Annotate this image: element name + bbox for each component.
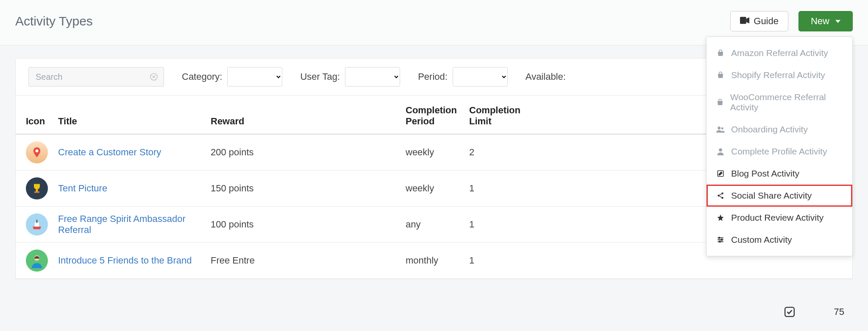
activity-title-link[interactable]: Introduce 5 Friends to the Brand (58, 255, 192, 266)
svg-point-14 (721, 197, 723, 199)
svg-rect-0 (740, 17, 746, 24)
ship-icon (26, 213, 48, 236)
activity-period: any (401, 207, 465, 243)
svg-point-16 (721, 239, 723, 241)
dropdown-item-label: Onboarding Activity (731, 124, 808, 135)
svg-rect-6 (36, 220, 38, 223)
activity-reward: 200 points (206, 134, 401, 171)
category-select[interactable] (227, 67, 282, 87)
activity-reward: 100 points (206, 207, 401, 243)
check-badge-icon (783, 306, 796, 318)
col-header-completion-limit[interactable]: Completion Limit (465, 95, 529, 134)
dropdown-item-label: Blog Post Activity (731, 168, 799, 179)
svg-rect-4 (34, 191, 39, 193)
activity-period: weekly (401, 134, 465, 171)
person-icon (26, 250, 48, 272)
dropdown-item-label: Custom Activity (731, 235, 792, 245)
svg-rect-3 (36, 189, 38, 191)
dropdown-item: Shopify Referral Activity (707, 64, 852, 86)
period-select[interactable] (453, 67, 508, 87)
edit-icon (716, 170, 725, 177)
caret-down-icon (835, 20, 840, 23)
activity-reward: Free Entre (206, 243, 401, 279)
svg-point-8 (718, 126, 721, 129)
user-icon (716, 148, 725, 155)
new-label: New (811, 16, 829, 27)
col-header-title[interactable]: Title (54, 95, 206, 134)
dropdown-item-label: Shopify Referral Activity (731, 70, 825, 80)
guide-label: Guide (754, 16, 779, 27)
dropdown-item: Onboarding Activity (707, 118, 852, 140)
activity-limit: 2 (465, 134, 529, 171)
dropdown-item[interactable]: Product Review Activity (707, 207, 852, 229)
user-tag-select[interactable] (345, 67, 400, 87)
activity-limit: 1 (465, 243, 529, 279)
peek-value: 75 (834, 306, 844, 317)
video-icon (740, 16, 749, 27)
bag-icon (716, 98, 724, 106)
dropdown-item: Complete Profile Activity (707, 140, 852, 163)
category-label: Category: (182, 71, 222, 82)
svg-rect-5 (35, 222, 39, 227)
new-dropdown: Amazon Referral ActivityShopify Referral… (706, 36, 853, 256)
dropdown-item-label: Complete Profile Activity (731, 146, 827, 157)
dropdown-item-label: Amazon Referral Activity (731, 48, 828, 58)
svg-point-2 (36, 149, 39, 152)
page-title: Activity Types (15, 14, 93, 28)
dropdown-item-label: Product Review Activity (731, 213, 823, 223)
bag-icon (716, 71, 725, 79)
bag-icon (716, 49, 725, 57)
dropdown-item[interactable]: Blog Post Activity (707, 163, 852, 185)
available-label: Available: (526, 71, 566, 82)
dropdown-item[interactable]: Social Share Activity (707, 185, 852, 207)
col-header-completion-period[interactable]: Completion Period (401, 95, 465, 134)
users-icon (716, 126, 725, 133)
dropdown-item[interactable]: Custom Activity (707, 229, 852, 251)
activity-title-link[interactable]: Create a Customer Story (58, 147, 161, 157)
svg-point-13 (721, 193, 723, 195)
col-header-icon[interactable]: Icon (16, 95, 54, 134)
star-icon (716, 214, 725, 222)
activity-title-link[interactable]: Tent Picture (58, 183, 107, 194)
activity-limit: 1 (465, 171, 529, 207)
dropdown-item: WooCommerce Referral Activity (707, 86, 852, 118)
sliders-icon (716, 236, 725, 244)
activity-reward: 150 points (206, 171, 401, 207)
activity-title-link[interactable]: Free Range Spirit Ambassador Referral (58, 213, 186, 235)
dropdown-item-label: Social Share Activity (731, 191, 812, 201)
clear-icon[interactable] (150, 73, 158, 81)
guide-button[interactable]: Guide (730, 11, 788, 31)
trophy-icon (26, 177, 48, 199)
table-peek-row: 75 (783, 306, 844, 318)
activity-period: weekly (401, 171, 465, 207)
new-button[interactable]: New (798, 11, 853, 31)
share-icon (716, 192, 725, 199)
period-label: Period: (418, 71, 448, 82)
dropdown-item-label: WooCommerce Referral Activity (730, 92, 843, 112)
search-input[interactable] (28, 67, 164, 87)
svg-point-9 (721, 127, 723, 129)
svg-point-17 (719, 241, 721, 242)
activity-period: monthly (401, 243, 465, 279)
col-header-reward[interactable]: Reward (206, 95, 401, 134)
user-tag-label: User Tag: (300, 71, 340, 82)
svg-point-15 (719, 237, 720, 238)
svg-point-10 (719, 149, 722, 152)
svg-point-12 (718, 195, 720, 197)
dropdown-item: Amazon Referral Activity (707, 42, 852, 64)
pin-icon (26, 141, 48, 163)
activity-limit: 1 (465, 207, 529, 243)
svg-rect-18 (785, 307, 794, 317)
